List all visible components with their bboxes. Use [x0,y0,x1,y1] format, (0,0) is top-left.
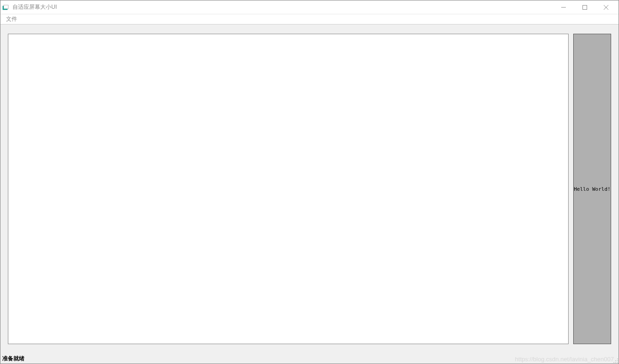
window-title: 自适应屏幕大小UI [12,3,553,11]
menubar: 文件 [0,14,619,24]
client-area: Hello World! [0,24,619,353]
status-text: 准备就绪 [2,355,617,363]
svg-point-7 [615,360,616,361]
statusbar: 准备就绪 https://blog.csdn.net/lavinia_chen0… [0,353,619,364]
maximize-button[interactable] [574,0,595,14]
menu-file[interactable]: 文件 [2,14,21,24]
resize-grip[interactable] [611,356,619,364]
svg-rect-3 [583,5,587,9]
svg-rect-1 [4,5,8,9]
svg-point-8 [617,360,618,361]
svg-point-9 [613,362,614,363]
svg-point-11 [617,362,618,363]
hello-world-button[interactable]: Hello World! [573,34,611,344]
svg-point-6 [617,358,618,359]
titlebar-controls [553,0,617,14]
svg-point-10 [615,362,616,363]
main-panel [8,34,569,344]
close-button[interactable] [595,0,617,14]
app-icon [2,4,10,11]
titlebar[interactable]: 自适应屏幕大小UI [0,0,619,14]
minimize-button[interactable] [553,0,574,14]
